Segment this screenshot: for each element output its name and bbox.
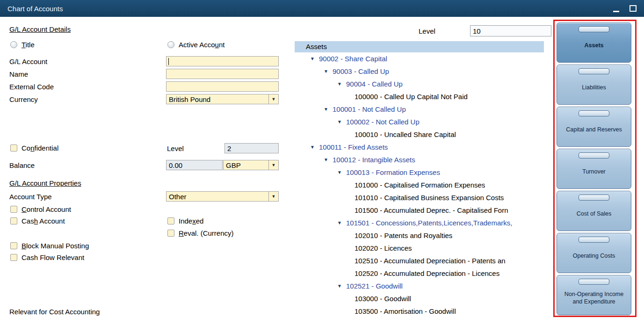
active-account-radio-row: Active Account [167,41,224,49]
cash-account-row: Cash Account [10,217,65,225]
gl-account-input[interactable] [166,56,279,66]
tree-item[interactable]: ▼102521 - Goodwill [295,280,544,292]
drawer-assets[interactable]: Assets [557,22,631,63]
title-radio[interactable] [10,41,17,48]
drawer-handle-icon [579,26,609,32]
drawer-handle-icon [579,237,609,243]
external-code-input[interactable] [166,81,279,92]
window-titlebar: Chart of Accounts [0,0,644,17]
tree-item-label: 101500 - Accumulated Deprec. - Capitalis… [355,206,508,214]
top-level-label: Level [419,27,435,35]
collapse-arrow-icon[interactable]: ▼ [337,220,346,225]
window-controls [613,0,637,17]
drawer-operating-costs[interactable]: Operating Costs [557,233,631,273]
drawer-handle-icon [579,110,609,116]
tree-list: ▼90002 - Share Capital▼90003 - Called Up… [295,52,544,318]
tree-item[interactable]: 101010 - Capitalised Business Expansion … [295,191,544,204]
cost-accounting-label: Relevant for Cost Accounting [9,308,100,316]
tree-item-label: 101000 - Capitalised Formation Expenses [355,181,485,189]
confidential-label: Confidential [22,144,58,152]
cash-account-checkbox[interactable] [10,217,17,224]
confidential-checkbox[interactable] [10,145,17,152]
tree-item[interactable]: 100000 - Called Up Capital Not Paid [295,90,544,103]
window-title: Chart of Accounts [7,5,63,13]
name-input[interactable] [166,69,279,79]
drawer-liabilities[interactable]: Liabilities [557,65,631,105]
balance-currency-value: GBP [224,160,268,170]
tree-item[interactable]: 102010 - Patents and Royalties [295,229,544,242]
tree-item-label: 90004 - Called Up [346,80,403,88]
tree-item[interactable]: 102520 - Accumulated Depreciation - Lice… [295,267,544,280]
cash-flow-relevant-checkbox[interactable] [10,254,17,261]
tree-item[interactable]: ▼90004 - Called Up [295,78,544,90]
drawer-label: Cost of Sales [573,201,615,231]
maximize-icon[interactable] [630,5,637,12]
reval-currency-label: Reval. (Currency) [179,229,234,237]
tree-item-label: 102521 - Goodwill [346,282,403,290]
tree-item-label: 103500 - Amortisation - Goodwill [355,307,456,315]
tree-item[interactable]: 103500 - Amortisation - Goodwill [295,305,544,318]
tree-item[interactable]: 103000 - Goodwill [295,292,544,305]
drawer-capital-and-reserves[interactable]: Capital and Reserves [557,107,631,147]
level-input[interactable] [224,143,279,153]
balance-currency-select[interactable]: GBP ▼ [223,160,279,170]
chevron-down-icon[interactable]: ▼ [268,94,278,104]
collapse-arrow-icon[interactable]: ▼ [337,81,346,87]
balance-input[interactable] [166,160,223,170]
control-account-label: Control Account [22,205,71,213]
tree-item-label: 102010 - Patents and Royalties [355,231,452,239]
currency-label: Currency [9,95,38,103]
tree-root-assets[interactable]: Assets [295,41,544,52]
collapse-arrow-icon[interactable]: ▼ [337,283,346,289]
tree-item[interactable]: ▼100012 - Intangible Assets [295,153,544,166]
active-account-radio[interactable] [167,41,174,48]
tree-item-label: 100010 - Uncalled Share Capital [355,130,456,138]
drawer-stack: AssetsLiabilitiesCapital and ReservesTur… [557,22,631,317]
indexed-checkbox[interactable] [167,217,174,224]
reval-currency-checkbox[interactable] [167,230,174,237]
account-type-value: Other [166,192,268,201]
account-type-select[interactable]: Other ▼ [166,191,279,202]
control-account-checkbox[interactable] [10,206,17,213]
drawer-label: Turnover [579,159,609,188]
drawer-non-operating-income-and-expenditure[interactable]: Non-Operating Income and Expenditure [557,275,631,315]
balance-label: Balance [9,161,35,169]
collapse-arrow-icon[interactable]: ▼ [310,145,319,150]
drawer-handle-icon [579,68,609,74]
cash-flow-relevant-label: Cash Flow Relevant [22,253,84,261]
tree-item[interactable]: 101000 - Capitalised Formation Expenses [295,179,544,191]
collapse-arrow-icon[interactable]: ▼ [310,56,319,61]
tree-item[interactable]: 101500 - Accumulated Deprec. - Capitalis… [295,204,544,217]
tree-item[interactable]: 102020 - Licences [295,242,544,254]
chevron-down-icon[interactable]: ▼ [268,160,278,170]
collapse-arrow-icon[interactable]: ▼ [324,107,333,112]
indexed-row: Indexed [167,217,203,225]
tree-item[interactable]: ▼100011 - Fixed Assets [295,141,544,153]
tree-item[interactable]: ▼90003 - Called Up [295,65,544,78]
tree-item[interactable]: ▼100002 - Not Called Up [295,116,544,128]
tree-item[interactable]: ▼90002 - Share Capital [295,52,544,65]
text-cursor [168,58,169,65]
tree-item[interactable]: 100010 - Uncalled Share Capital [295,128,544,141]
tree-item[interactable]: 102510 - Accumulated Depreciation - Pate… [295,254,544,267]
drawer-turnover[interactable]: Turnover [557,149,631,189]
block-manual-posting-row: Block Manual Posting [10,242,89,250]
account-tree-panel: Assets ▼90002 - Share Capital▼90003 - Ca… [295,41,544,318]
currency-select[interactable]: British Pound ▼ [166,94,279,104]
tree-item[interactable]: ▼101501 - Concessions,Patents,Licences,T… [295,217,544,229]
top-level-input[interactable] [470,25,551,36]
collapse-arrow-icon[interactable]: ▼ [324,69,333,74]
collapse-arrow-icon[interactable]: ▼ [337,119,346,124]
tree-item[interactable]: ▼100013 - Formation Expenses [295,166,544,179]
block-manual-posting-checkbox[interactable] [10,242,17,249]
currency-value: British Pound [166,94,268,104]
drawer-cost-of-sales[interactable]: Cost of Sales [557,191,631,231]
collapse-arrow-icon[interactable]: ▼ [324,157,333,162]
section-gl-account-details: G/L Account Details [9,25,71,33]
minimize-icon[interactable] [613,11,619,12]
collapse-arrow-icon[interactable]: ▼ [337,170,346,175]
control-account-row: Control Account [10,205,71,213]
chevron-down-icon[interactable]: ▼ [268,192,278,201]
tree-item[interactable]: ▼100001 - Not Called Up [295,103,544,116]
drawer-handle-icon [579,152,609,159]
